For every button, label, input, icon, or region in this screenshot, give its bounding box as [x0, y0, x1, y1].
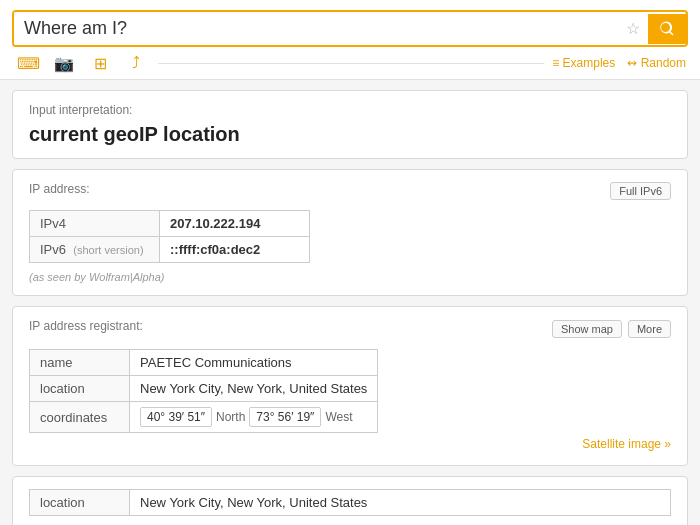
registrant-card: IP address registrant: Show map More nam… [12, 306, 688, 466]
lat-value: 40° 39′ 51″ [140, 407, 212, 427]
examples-link[interactable]: ≡ Examples [552, 56, 615, 70]
search-input-wrapper: Where am I? ☆ [12, 10, 688, 47]
coordinates-key: coordinates [30, 402, 130, 433]
lon-value: 73° 56′ 19″ [249, 407, 321, 427]
registrant-card-header: IP address registrant: Show map More [29, 319, 671, 339]
interpretation-card: Input interpretation: current geoIP loca… [12, 90, 688, 159]
coordinates-box: 40° 39′ 51″ North 73° 56′ 19″ West [140, 407, 357, 427]
registrant-table: name PAETEC Communications location New … [29, 349, 378, 433]
location-value: New York City, New York, United States [130, 376, 378, 402]
toolbar: ⌨ 📷 ⊞ ⤴ ≡ Examples ↭ Random [12, 47, 688, 79]
name-value: PAETEC Communications [130, 350, 378, 376]
share-icon[interactable]: ⤴ [122, 53, 150, 73]
search-submit-icon [658, 20, 676, 38]
main-content: Input interpretation: current geoIP loca… [0, 80, 700, 525]
lon-dir: West [325, 410, 352, 424]
location-bottom-card: location New York City, New York, United… [12, 476, 688, 525]
registrant-buttons: Show map More [552, 320, 671, 338]
registrant-label: IP address registrant: [29, 319, 143, 333]
table-row: name PAETEC Communications [30, 350, 378, 376]
ipv4-value: 207.10.222.194 [160, 211, 310, 237]
ip-card-header: IP address: Full IPv6 [29, 182, 671, 202]
grid-icon[interactable]: ⊞ [86, 53, 114, 73]
search-submit-button[interactable] [648, 14, 686, 44]
table-row: IPv6 (short version) ::ffff:cf0a:dec2 [30, 237, 310, 263]
random-link[interactable]: ↭ Random [627, 56, 686, 70]
name-key: name [30, 350, 130, 376]
lat-dir: North [216, 410, 245, 424]
ipv6-value: ::ffff:cf0a:dec2 [160, 237, 310, 263]
table-row: location New York City, New York, United… [30, 490, 671, 516]
table-row: location New York City, New York, United… [30, 376, 378, 402]
toolbar-right: ≡ Examples ↭ Random [552, 56, 686, 70]
ip-note: (as seen by Wolfram|Alpha) [29, 271, 671, 283]
interpretation-value: current geoIP location [29, 123, 671, 146]
satellite-link[interactable]: Satellite image » [29, 433, 671, 453]
camera-icon[interactable]: 📷 [50, 53, 78, 73]
location-bottom-table: location New York City, New York, United… [29, 489, 671, 516]
ipv6-key: IPv6 (short version) [30, 237, 160, 263]
search-bar-container: Where am I? ☆ ⌨ 📷 ⊞ ⤴ ≡ Examples ↭ Rando… [0, 0, 700, 80]
ipv4-key: IPv4 [30, 211, 160, 237]
star-button[interactable]: ☆ [618, 19, 648, 38]
ip-address-label: IP address: [29, 182, 89, 196]
location-bottom-key: location [30, 490, 130, 516]
interpretation-label: Input interpretation: [29, 103, 671, 117]
ip-address-card: IP address: Full IPv6 IPv4 207.10.222.19… [12, 169, 688, 296]
keyboard-icon[interactable]: ⌨ [14, 53, 42, 73]
toolbar-separator [158, 63, 544, 64]
show-map-button[interactable]: Show map [552, 320, 622, 338]
full-ipv6-button[interactable]: Full IPv6 [610, 182, 671, 200]
table-row: coordinates 40° 39′ 51″ North 73° 56′ 19… [30, 402, 378, 433]
search-input[interactable]: Where am I? [14, 12, 618, 45]
more-button[interactable]: More [628, 320, 671, 338]
coordinates-value: 40° 39′ 51″ North 73° 56′ 19″ West [130, 402, 378, 433]
location-key: location [30, 376, 130, 402]
location-bottom-value: New York City, New York, United States [130, 490, 671, 516]
table-row: IPv4 207.10.222.194 [30, 211, 310, 237]
ip-table: IPv4 207.10.222.194 IPv6 (short version)… [29, 210, 310, 263]
